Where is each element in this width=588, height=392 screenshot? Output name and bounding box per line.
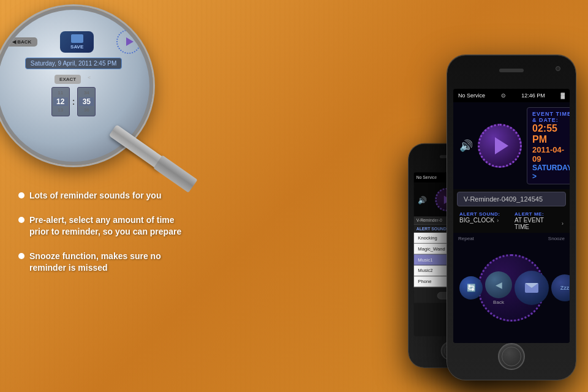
feature-item-1: Lots of reminder sounds for you [18,190,190,202]
save-icon [71,34,83,43]
feature-item-3: Snooze function, makes sure no reminder … [18,251,190,274]
phones-section: No Service ⊙ 12:45 ▓ 🔊 V-Reminder-0 [196,0,588,392]
play-circle[interactable] [478,124,522,168]
envelope-icon [525,283,538,293]
alert-me-col: ALERT ME: AT EVENT TIME › [514,211,564,230]
phone-3-camera [556,66,560,71]
alert-sound-value: BIG_CLOCK [459,217,494,224]
time-dial: 11 12 13 : 34 35 36 [51,87,96,116]
event-time-label: EVENT TIME & DATE: [532,111,570,123]
alert-me-value: AT EVENT TIME [514,217,559,230]
snooze-button[interactable]: Zzz [551,274,570,301]
alert-sound-value-row: BIG_CLOCK › [459,217,508,224]
phone-3-reminder-name: V-Reminder-0409_124545 [457,192,566,206]
alert-me-value-row: AT EVENT TIME › [514,217,564,230]
snooze-icon-circle: Zzz [551,274,570,301]
dial-column-2[interactable]: 34 35 36 [77,87,96,116]
dial-column-1[interactable]: 11 12 13 [51,87,70,116]
snooze-label: Snooze [548,236,565,241]
phone-3-actions: Repeat Snooze 🔄 [453,233,570,343]
bullet-1 [18,192,24,198]
back-btn-label: Back [493,300,504,305]
feature-item-2: Pre-alert, select any amount of time pri… [18,214,190,238]
features-section: Lots of reminder sounds for you Pre-aler… [18,190,190,287]
bullet-3 [18,253,24,259]
phone-3-top-section: 🔊 EVENT TIME & DATE: 02:55 PM 2011-04-09… [453,102,570,189]
phone-3-time: 12:46 PM [521,92,545,99]
alert-sound-label: ALERT SOUND: [417,227,448,232]
date-text: Saturday, 9 April, 2011 2:45 PM [31,60,116,67]
dial-value-1: 12 [53,97,68,106]
volume-icon: 🔊 [418,195,426,204]
action-buttons: 🔄 ◀ Back [456,271,567,305]
magnifier-section: ◀ BACK SAVE Saturday, 9 April, 2011 2:45… [0,0,190,196]
alert-sound-col: ALERT SOUND: BIG_CLOCK › [459,211,508,230]
play-triangle [495,137,508,154]
event-time-value: 02:55 PM [532,123,570,145]
phone-3-screen: No Service ⊙ 12:46 PM ▓ 🔊 EVENT TIME & D… [453,89,570,343]
phone-3-home-btn-inner [502,347,521,366]
alert-me-label: ALERT ME: [514,211,564,217]
dial-value-2: 35 [79,97,94,106]
phone-3-carrier: No Service [458,92,485,99]
event-date-value: 2011-04-09 [532,145,570,164]
back-icon-circle: ◀ [485,271,512,298]
event-day-value: SATURDAY > [532,164,570,181]
back-button[interactable]: ◀ BACK [6,37,37,47]
save-button[interactable]: SAVE [60,31,94,53]
wifi-icon: ⊙ [501,92,506,99]
repeat-icon-circle: 🔄 [459,276,483,300]
feature-text-1: Lots of reminder sounds for you [29,190,161,202]
alert-sound-label: ALERT SOUND: [459,211,508,217]
back-action-button[interactable]: ◀ Back [485,271,512,305]
save-label: SAVE [70,44,83,50]
back-icon: ◀ [496,280,502,290]
battery-icon: ▓ [560,92,565,99]
exact-button[interactable]: EXACT [55,75,81,84]
alert-me-arrow[interactable]: › [562,221,564,227]
play-button[interactable] [116,29,141,54]
repeat-button[interactable]: 🔄 [459,276,483,300]
volume-icon: 🔊 [459,139,473,153]
phone-3-home-btn[interactable] [498,343,525,370]
feature-text-2: Pre-alert, select any amount of time pri… [29,214,190,238]
center-action-button[interactable] [514,271,549,305]
feature-text-3: Snooze function, makes sure no reminder … [29,251,190,274]
repeat-label: Repeat [458,236,474,241]
phone-3: No Service ⊙ 12:46 PM ▓ 🔊 EVENT TIME & D… [447,55,576,380]
phone-3-status-bar: No Service ⊙ 12:46 PM ▓ [453,89,570,102]
snooze-icon: Zzz [560,285,570,291]
repeat-icon: 🔄 [467,284,476,292]
phone-3-alert-row: ALERT SOUND: BIG_CLOCK › ALERT ME: AT EV… [453,209,570,233]
action-labels-row: Repeat Snooze [453,236,570,241]
event-time-box: EVENT TIME & DATE: 02:55 PM 2011-04-09 S… [527,107,570,184]
envelope-circle [514,271,549,305]
phone-3-speaker [499,69,524,72]
phone-1-carrier: No Service [417,175,437,180]
alert-sound-arrow[interactable]: › [497,217,499,224]
bullet-2 [18,217,24,223]
date-display: Saturday, 9 April, 2011 2:45 PM [25,58,122,69]
